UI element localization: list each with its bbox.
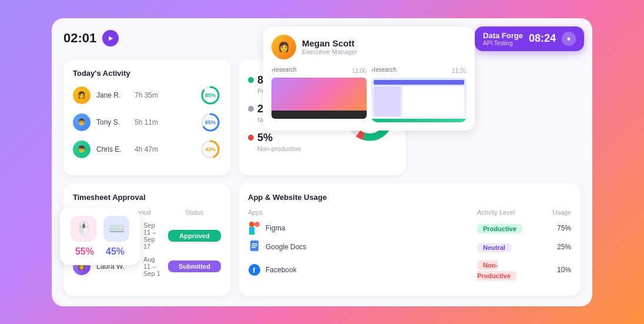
- svg-rect-13: [249, 227, 254, 232]
- usage-percent: 10%: [542, 266, 571, 274]
- usage-percent: 75%: [542, 224, 571, 232]
- data-forge-badge: Data Forge API Testing 08:24: [475, 26, 584, 51]
- pay-period: Aug 11 – Sep 1: [143, 256, 162, 277]
- mouse-percent: 55%: [75, 246, 94, 257]
- research-time: 11:00: [352, 68, 367, 74]
- avatar: 👨: [73, 113, 90, 131]
- nonproductive-label: Non-productive: [248, 145, 334, 152]
- screen-sidebar: [374, 86, 401, 116]
- play-button[interactable]: [102, 30, 119, 46]
- screen-main: [402, 86, 464, 116]
- svg-text:f: f: [253, 266, 256, 275]
- neutral-dot: [248, 106, 254, 112]
- svg-rect-10: [249, 222, 254, 227]
- research-green-bar: [371, 119, 467, 122]
- research-label: Research: [371, 66, 397, 73]
- research-grid: Research 11:00 Research 11:20: [271, 66, 467, 122]
- prod-item-nonproductive: 5% Non-productive: [248, 132, 334, 152]
- nonproductive-percent: 5%: [248, 132, 334, 144]
- mouse-icon: 🖱️: [71, 216, 96, 242]
- progress-label: 65%: [205, 119, 216, 125]
- facebook-icon: f: [248, 263, 261, 276]
- research-label: Research: [271, 66, 297, 73]
- col-header-apps: Apps: [248, 209, 471, 216]
- app-info: f Facebook: [248, 263, 471, 276]
- profile-header: 👩 Megan Scott Executive Manager: [271, 35, 467, 59]
- app-name: Figma: [266, 224, 285, 232]
- col-header-activity: Activity Level: [477, 209, 536, 216]
- pay-period: Sep 11 – Sep 17: [143, 222, 162, 250]
- activity-level: Neutral: [477, 242, 536, 252]
- svg-rect-17: [251, 245, 257, 246]
- stop-button[interactable]: [562, 32, 576, 46]
- progress-circle: 65%: [200, 112, 221, 133]
- member-time: 4h 47m: [135, 145, 194, 153]
- gdocs-icon: [248, 241, 261, 253]
- research-header: Research 11:20: [371, 66, 467, 75]
- profile-name: Megan Scott: [302, 38, 357, 48]
- status-badge: Approved: [168, 230, 221, 242]
- activity-badge: Non-Productive: [477, 260, 516, 280]
- profile-title: Executive Manager: [302, 48, 357, 55]
- profile-card: 👩 Megan Scott Executive Manager Research…: [263, 26, 475, 131]
- svg-rect-11: [254, 222, 260, 227]
- list-item: Research 11:20: [371, 66, 467, 122]
- table-row: 👨 Tony S. 5h 11m 65%: [73, 112, 221, 133]
- table-row: Google Docs Neutral 25%: [248, 241, 571, 253]
- activity-level: Productive: [477, 223, 536, 233]
- activity-title: Today's Activity: [73, 69, 221, 78]
- app-info: Figma: [248, 222, 471, 235]
- app-usage-header: Apps Activity Level Usage: [248, 209, 571, 216]
- app-name: Google Docs: [266, 243, 306, 251]
- activity-badge: Productive: [477, 224, 522, 233]
- app-usage-title: App & Website Usage: [248, 193, 571, 202]
- app-info: Google Docs: [248, 241, 471, 253]
- badge-info: Data Forge API Testing: [483, 31, 523, 46]
- member-time: 7h 35m: [135, 91, 194, 99]
- col-header-usage: Usage: [542, 209, 571, 216]
- status-badge: Submitted: [168, 260, 221, 272]
- badge-subtitle: API Testing: [483, 40, 523, 46]
- progress-circle: 85%: [200, 85, 221, 106]
- timer-display: 02:01: [63, 31, 96, 46]
- main-container: 02:01 Data Forge API Testing 08:24 🖱️ ⌨️…: [52, 18, 592, 306]
- research-thumbnail: [371, 78, 467, 119]
- list-item: Research 11:00: [271, 66, 367, 122]
- progress-label: 43%: [205, 146, 216, 152]
- svg-rect-14: [249, 232, 254, 235]
- col-header-status: Status: [168, 209, 221, 216]
- nonproductive-dot: [248, 135, 254, 141]
- research-time: 11:20: [452, 68, 467, 74]
- activity-level: Non-Productive: [477, 259, 536, 280]
- avatar: 👦: [73, 141, 90, 158]
- keyboard-icon: ⌨️: [103, 216, 129, 242]
- member-time: 5h 11m: [135, 118, 194, 126]
- app-name: Facebook: [266, 266, 297, 274]
- input-usage-card: 🖱️ ⌨️ 55% 45%: [60, 208, 140, 265]
- timer-bar: 02:01: [63, 30, 119, 46]
- table-row: f Facebook Non-Productive 10%: [248, 259, 571, 280]
- member-name: Tony S.: [96, 118, 129, 126]
- activity-card: Today's Activity 👩 Jane R. 7h 35m 85% 👨 …: [63, 59, 230, 175]
- table-row: Figma Productive 75%: [248, 222, 571, 235]
- progress-label: 85%: [205, 92, 216, 98]
- input-icons: 🖱️ ⌨️: [71, 216, 129, 242]
- productive-dot: [248, 77, 254, 83]
- avatar: 👩: [271, 35, 296, 59]
- input-percents: 55% 45%: [75, 246, 125, 257]
- table-row: 👩 Jane R. 7h 35m 85%: [73, 85, 221, 106]
- member-name: Jane R.: [96, 91, 129, 99]
- figma-icon: [248, 222, 261, 235]
- app-usage-card: App & Website Usage Apps Activity Level …: [239, 183, 581, 296]
- table-row: 👦 Chris E. 4h 47m 43%: [73, 139, 221, 160]
- keyboard-percent: 45%: [106, 246, 125, 257]
- svg-rect-16: [251, 243, 257, 245]
- avatar: 👩: [73, 86, 90, 104]
- screen-bar: [374, 80, 464, 85]
- progress-circle: 43%: [200, 139, 221, 160]
- timesheet-title: Timesheet Approval: [73, 193, 221, 202]
- research-header: Research 11:00: [271, 66, 367, 75]
- research-thumbnail: [271, 78, 367, 119]
- svg-rect-18: [251, 247, 256, 248]
- activity-badge: Neutral: [477, 243, 511, 252]
